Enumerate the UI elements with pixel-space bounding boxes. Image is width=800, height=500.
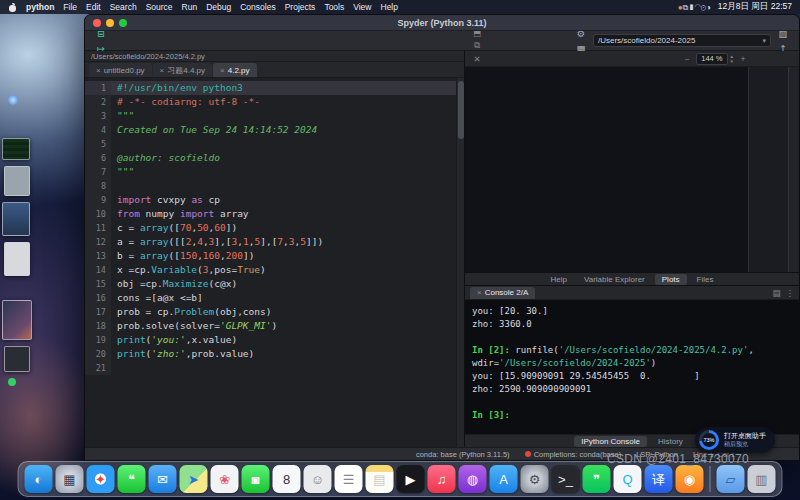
dock-icon-calendar[interactable]: 8 (273, 465, 301, 493)
window-thumbnail[interactable] (4, 346, 30, 372)
assistant-widget[interactable]: 73% 打开桌面助手 稍后预览 (695, 427, 775, 453)
code-line: 5 (85, 137, 456, 151)
dock-icon-appstore[interactable]: A (490, 465, 518, 493)
menu-item-consoles[interactable]: Consoles (240, 2, 275, 12)
window-thumbnail[interactable] (2, 202, 30, 236)
window-thumbnail[interactable] (4, 242, 30, 276)
dock-icon-facetime[interactable]: ◙ (242, 465, 270, 493)
plot-thumbnails-strip[interactable] (748, 67, 788, 272)
plots-scrollbar[interactable] (788, 67, 799, 272)
editor-tab-label: 4.2.py (228, 66, 250, 75)
window-titlebar[interactable]: Spyder (Python 3.11) (85, 15, 799, 31)
pane-tab-plots[interactable]: Plots (655, 274, 687, 285)
close-tab-icon[interactable]: × (160, 66, 165, 75)
editor-pane: /Users/scofieldo/2024-2025/4.2.py ×untit… (85, 51, 465, 447)
dock-icon-launchpad[interactable]: ▦ (56, 465, 84, 493)
console-tab[interactable]: × Console 2/A (470, 287, 535, 299)
console-output[interactable]: you: [20. 30.]zho: 3360.0 In [2]: runfil… (465, 300, 799, 434)
window-thumbnail[interactable] (2, 138, 30, 160)
baidu-translate-icon: 译 (652, 473, 665, 486)
code-line: 18prob.solve(solver='GLPK_MI') (85, 319, 456, 333)
menu-item-projects[interactable]: Projects (285, 2, 316, 12)
copy-plot-icon[interactable]: ⧉ (470, 39, 484, 52)
menu-item-debug[interactable]: Debug (206, 2, 231, 12)
remove-plot-icon[interactable]: ✕ (470, 52, 484, 65)
assistant-text: 打开桌面助手 稍后预览 (724, 431, 766, 449)
minimize-window-button[interactable] (106, 19, 114, 27)
code-editor[interactable]: 1#!/usr/bin/env python32# -*- codiarng: … (85, 78, 464, 447)
dock-icon-maps[interactable]: ➤ (180, 465, 208, 493)
control-center-icon[interactable]: ◑ (706, 3, 711, 12)
dock-separator (710, 466, 711, 492)
watermark: CSDN @2401_84730070 (607, 452, 749, 466)
dock-icon-baidu-translate[interactable]: 译 (645, 465, 673, 493)
dock-icon-downloads-folder[interactable]: ▱ (717, 465, 745, 493)
menu-item-view[interactable]: View (353, 2, 371, 12)
battery-ring-icon: 73% (699, 430, 719, 450)
pane-tab-help[interactable]: Help (544, 274, 574, 285)
code-line: 10from numpy import array (85, 207, 456, 221)
menu-item-file[interactable]: File (63, 2, 77, 12)
dock-icon-photos[interactable]: ❀ (211, 465, 239, 493)
dock-icon-trash[interactable]: ▥ (748, 465, 776, 493)
zoom-out-icon[interactable]: − (680, 52, 694, 65)
assistant-line2[interactable]: 稍后预览 (724, 440, 766, 449)
working-directory-selector[interactable]: /Users/scofieldo/2024-2025 ▾ (593, 34, 771, 47)
plot-display-area[interactable] (465, 67, 748, 272)
console-line: zho: 3360.0 (472, 318, 799, 331)
menu-item-run[interactable]: Run (182, 2, 198, 12)
console-bottom-tab-ipython-console[interactable]: IPython Console (574, 436, 647, 447)
menu-item-python[interactable]: python (26, 2, 54, 12)
console-list-icon[interactable]: ▤ (772, 288, 780, 298)
menu-datetime[interactable]: 12月8日 周日 22:57 (718, 1, 792, 13)
desktop-icon[interactable] (8, 378, 16, 386)
line-number: 19 (85, 333, 111, 347)
menu-item-edit[interactable]: Edit (86, 2, 101, 12)
editor-tab-untitled0.py[interactable]: ×untitled0.py (89, 63, 152, 77)
editor-tab-4.2.py[interactable]: ×4.2.py (213, 63, 256, 77)
editor-scrollbar-thumb[interactable] (458, 81, 464, 139)
dock-icon-messages[interactable]: ❝ (118, 465, 146, 493)
window-thumbnail[interactable] (2, 300, 32, 340)
editor-tab--4.4.py[interactable]: ×习题4.4.py (153, 63, 212, 77)
menu-item-source[interactable]: Source (146, 2, 173, 12)
close-console-icon[interactable]: × (477, 288, 482, 297)
menu-item-help[interactable]: Help (381, 2, 398, 12)
close-window-button[interactable] (93, 19, 101, 27)
assistant-line1[interactable]: 打开桌面助手 (724, 431, 766, 440)
dock-icon-music[interactable]: ♫ (428, 465, 456, 493)
dock-icon-qq[interactable]: Q (614, 465, 642, 493)
dock-icon-tv[interactable]: ▶ (397, 465, 425, 493)
zoom-spinner[interactable]: ▲▼ (730, 53, 734, 65)
zoom-window-button[interactable] (119, 19, 127, 27)
pane-tab-variable-explorer[interactable]: Variable Explorer (577, 274, 652, 285)
dock-icon-wechat[interactable]: ❞ (583, 465, 611, 493)
dock-icon-finder[interactable]: ◐ (25, 465, 53, 493)
window-thumbnail[interactable] (4, 166, 30, 196)
dock-icon-app-orange[interactable]: ◉ (676, 465, 704, 493)
dock-icon-settings[interactable]: ⚙ (521, 465, 549, 493)
editor-tab-label: untitled0.py (104, 66, 145, 75)
dock-icon-reminders[interactable]: ☰ (335, 465, 363, 493)
safari-icon: ✦ (95, 473, 106, 486)
zoom-level[interactable]: 144 % (696, 53, 727, 65)
dock-icon-terminal[interactable]: >_ (552, 465, 580, 493)
editor-scrollbar[interactable] (456, 78, 464, 447)
zoom-in-icon[interactable]: + (736, 52, 750, 65)
line-number: 7 (85, 165, 111, 179)
menu-item-search[interactable]: Search (110, 2, 137, 12)
desktop-icon[interactable] (8, 95, 18, 105)
pane-tab-files[interactable]: Files (690, 274, 721, 285)
dock-icon-contacts[interactable]: ☺ (304, 465, 332, 493)
dock-icon-notes[interactable]: ▤ (366, 465, 394, 493)
menu-item-tools[interactable]: Tools (324, 2, 344, 12)
dock-icon-safari[interactable]: ✦ (87, 465, 115, 493)
apple-menu-icon[interactable] (8, 3, 17, 12)
console-bottom-tab-history[interactable]: History (651, 436, 690, 447)
console-options-icon[interactable]: ⋮ (786, 288, 795, 298)
dock-icon-podcasts[interactable]: ◍ (459, 465, 487, 493)
close-tab-icon[interactable]: × (96, 66, 101, 75)
close-tab-icon[interactable]: × (220, 66, 225, 75)
dock-icon-mail[interactable]: ✉ (149, 465, 177, 493)
line-number: 12 (85, 235, 111, 249)
